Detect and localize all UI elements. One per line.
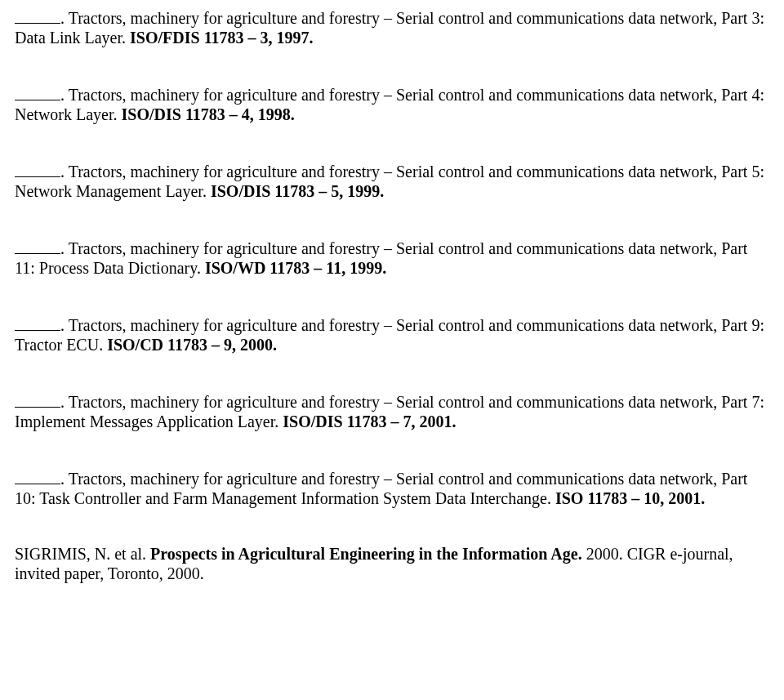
reference-entry: . Tractors, machinery for agriculture an… <box>15 7 769 47</box>
blank-underline <box>15 83 60 100</box>
entry-code: ISO/WD 11783 – 11, 1999. <box>205 259 386 277</box>
blank-underline <box>15 237 60 254</box>
entry-title: Tractors, machinery for agriculture and … <box>15 163 764 200</box>
reference-entry: . Tractors, machinery for agriculture an… <box>15 467 769 508</box>
blank-underline <box>15 467 60 484</box>
entry-code: ISO/DIS 11783 – 4, 1998. <box>122 105 295 123</box>
entry-code: ISO/CD 11783 – 9, 2000. <box>107 336 277 354</box>
reference-entry: . Tractors, machinery for agriculture an… <box>15 160 769 201</box>
entry-title: Prospects in Agricultural Engineering in… <box>150 545 582 563</box>
reference-entry: . Tractors, machinery for agriculture an… <box>15 314 769 354</box>
entry-code: ISO 11783 – 10, 2001. <box>555 489 705 507</box>
reference-entry-author: SIGRIMIS, N. et al. Prospects in Agricul… <box>15 544 769 583</box>
entry-text: . <box>60 86 69 104</box>
entry-author: SIGRIMIS, N. et al. <box>15 545 146 563</box>
reference-entry: . Tractors, machinery for agriculture an… <box>15 83 769 124</box>
reference-entry: . Tractors, machinery for agriculture an… <box>15 237 769 278</box>
entry-text: . <box>60 393 69 411</box>
entry-text: . <box>60 163 69 181</box>
entry-code: ISO/DIS 11783 – 7, 2001. <box>283 412 456 430</box>
reference-entry: . Tractors, machinery for agriculture an… <box>15 390 769 431</box>
entry-text: . <box>60 316 69 334</box>
blank-underline <box>15 7 60 24</box>
blank-underline <box>15 314 60 331</box>
blank-underline <box>15 160 60 177</box>
blank-underline <box>15 390 60 408</box>
entry-text: . <box>60 9 69 27</box>
entry-text: . <box>60 470 69 488</box>
entry-text: . <box>60 239 69 257</box>
entry-code: ISO/DIS 11783 – 5, 1999. <box>211 182 384 200</box>
entry-code: ISO/FDIS 11783 – 3, 1997. <box>130 29 313 47</box>
